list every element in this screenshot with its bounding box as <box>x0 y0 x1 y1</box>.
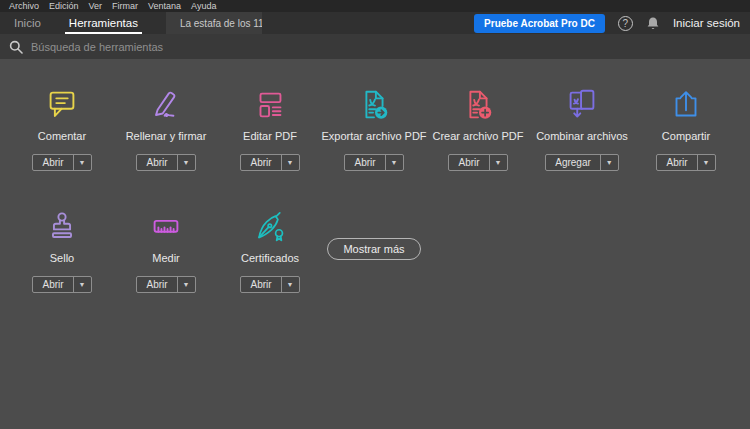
menu-ayuda[interactable]: Ayuda <box>186 0 221 12</box>
create-pdf-icon <box>459 85 497 125</box>
export-pdf-icon <box>355 85 393 125</box>
open-button-comentar[interactable]: Abrir▼ <box>32 154 91 171</box>
open-button-exportar[interactable]: Abrir▼ <box>344 154 403 171</box>
chevron-down-icon[interactable]: ▼ <box>697 155 715 170</box>
tab-bar: Inicio Herramientas La estafa de los 11.… <box>0 12 750 34</box>
tool-label: Medir <box>152 252 180 265</box>
tool-label: Rellenar y firmar <box>126 130 207 143</box>
tool-tile-editar-pdf[interactable]: Editar PDF Abrir▼ <box>218 85 322 171</box>
open-button-label[interactable]: Abrir <box>449 155 488 170</box>
chevron-down-icon[interactable]: ▼ <box>177 277 195 292</box>
search-icon <box>9 40 23 54</box>
open-button-label[interactable]: Abrir <box>657 155 696 170</box>
add-button-label[interactable]: Agregar <box>546 155 600 170</box>
open-button-label[interactable]: Abrir <box>33 155 72 170</box>
chevron-down-icon[interactable]: ▼ <box>73 277 91 292</box>
tool-label: Sello <box>50 252 74 265</box>
chevron-down-icon[interactable]: ▼ <box>281 155 299 170</box>
tool-label: Crear archivo PDF <box>432 130 523 143</box>
tool-tile-sello[interactable]: Sello Abrir▼ <box>10 207 114 293</box>
tool-tile-exportar-pdf[interactable]: Exportar archivo PDF Abrir▼ <box>322 85 426 171</box>
open-button-editar[interactable]: Abrir▼ <box>240 154 299 171</box>
tab-herramientas[interactable]: Herramientas <box>55 12 152 34</box>
tool-label: Certificados <box>241 252 299 265</box>
tool-tile-compartir[interactable]: Compartir Abrir▼ <box>634 85 738 171</box>
edit-pdf-icon <box>251 85 289 125</box>
open-button-label[interactable]: Abrir <box>241 277 280 292</box>
comment-icon <box>43 85 81 125</box>
measure-icon <box>147 207 185 247</box>
tool-tile-rellenar-y-firmar[interactable]: Rellenar y firmar Abrir▼ <box>114 85 218 171</box>
tools-search-bar <box>0 34 750 59</box>
menu-archivo[interactable]: Archivo <box>4 0 44 12</box>
tool-label: Exportar archivo PDF <box>321 130 426 143</box>
tool-tile-comentar[interactable]: Comentar Abrir▼ <box>10 85 114 171</box>
open-button-certificados[interactable]: Abrir▼ <box>240 276 299 293</box>
menu-firmar[interactable]: Firmar <box>107 0 143 12</box>
tab-inicio[interactable]: Inicio <box>0 12 55 34</box>
share-icon <box>667 85 705 125</box>
chevron-down-icon[interactable]: ▼ <box>385 155 403 170</box>
notifications-bell-icon[interactable] <box>646 16 660 31</box>
open-button-medir[interactable]: Abrir▼ <box>136 276 195 293</box>
certificates-icon <box>251 207 289 247</box>
chevron-down-icon[interactable]: ▼ <box>73 155 91 170</box>
open-button-label[interactable]: Abrir <box>241 155 280 170</box>
tool-tile-certificados[interactable]: Certificados Abrir▼ <box>218 207 322 293</box>
chevron-down-icon[interactable]: ▼ <box>489 155 507 170</box>
open-button-label[interactable]: Abrir <box>33 277 72 292</box>
help-icon[interactable]: ? <box>618 16 633 31</box>
menu-ver[interactable]: Ver <box>84 0 108 12</box>
tool-label: Compartir <box>662 130 710 143</box>
add-button-combinar[interactable]: Agregar▼ <box>545 154 619 171</box>
chevron-down-icon[interactable]: ▼ <box>177 155 195 170</box>
tool-tile-combinar-archivos[interactable]: Combinar archivos Agregar▼ <box>530 85 634 171</box>
tool-label: Combinar archivos <box>536 130 628 143</box>
open-button-rellenar[interactable]: Abrir▼ <box>136 154 195 171</box>
chevron-down-icon[interactable]: ▼ <box>281 277 299 292</box>
tool-tile-medir[interactable]: Medir Abrir▼ <box>114 207 218 293</box>
open-button-crear[interactable]: Abrir▼ <box>448 154 507 171</box>
tools-grid-row-1: Comentar Abrir▼ Rellenar y firmar Abrir▼… <box>10 85 750 171</box>
menu-bar: Archivo Edición Ver Firmar Ventana Ayuda <box>0 0 750 12</box>
tools-grid-row-2: Sello Abrir▼ Medir Abrir▼ <box>10 207 750 293</box>
menu-ventana[interactable]: Ventana <box>143 0 186 12</box>
tool-tile-crear-pdf[interactable]: Crear archivo PDF Abrir▼ <box>426 85 530 171</box>
tab-document[interactable]: La estafa de los 11... <box>166 12 262 34</box>
menu-edicion[interactable]: Edición <box>44 0 84 12</box>
open-button-label[interactable]: Abrir <box>345 155 384 170</box>
open-button-label[interactable]: Abrir <box>137 155 176 170</box>
stamp-icon <box>43 207 81 247</box>
chevron-down-icon[interactable]: ▼ <box>600 155 618 170</box>
sign-in-link[interactable]: Iniciar sesión <box>673 17 740 29</box>
open-button-label[interactable]: Abrir <box>137 277 176 292</box>
combine-files-icon <box>563 85 601 125</box>
show-more-button[interactable]: Mostrar más <box>327 238 420 260</box>
show-more-wrap: Mostrar más <box>322 207 426 293</box>
tool-label: Comentar <box>38 130 86 143</box>
tool-label: Editar PDF <box>243 130 297 143</box>
open-button-sello[interactable]: Abrir▼ <box>32 276 91 293</box>
fill-sign-icon <box>147 85 185 125</box>
open-button-compartir[interactable]: Abrir▼ <box>656 154 715 171</box>
search-input[interactable] <box>31 41 750 53</box>
trial-acrobat-pro-button[interactable]: Pruebe Acrobat Pro DC <box>474 14 605 33</box>
tabbar-right-actions: Pruebe Acrobat Pro DC ? Iniciar sesión <box>474 12 750 34</box>
